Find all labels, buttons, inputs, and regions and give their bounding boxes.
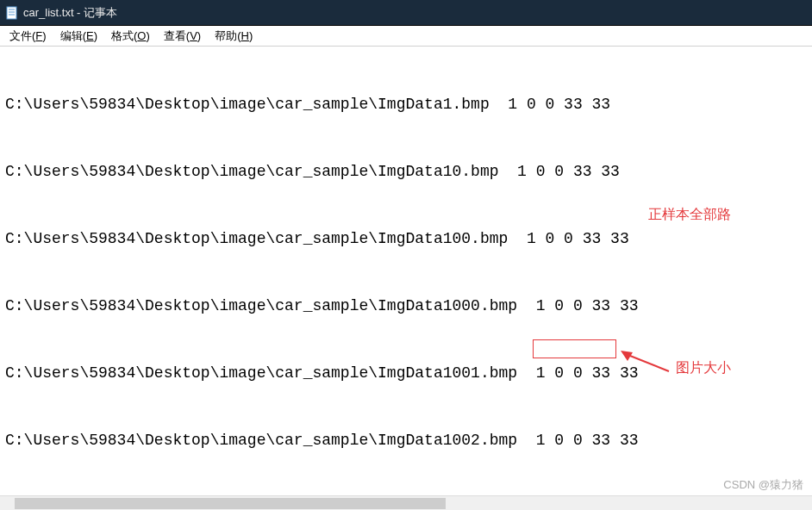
menu-format[interactable]: 格式(O) xyxy=(104,27,157,46)
content-area: C:\Users\59834\Desktop\image\car_sample\… xyxy=(0,47,812,510)
text-line: C:\Users\59834\Desktop\image\car_sample\… xyxy=(5,160,807,183)
menu-view[interactable]: 查看(V) xyxy=(157,27,208,46)
text-editor[interactable]: C:\Users\59834\Desktop\image\car_sample\… xyxy=(0,47,812,510)
menubar: 文件(F) 编辑(E) 格式(O) 查看(V) 帮助(H) xyxy=(0,26,812,47)
horizontal-scrollbar[interactable] xyxy=(0,495,812,510)
text-line: C:\Users\59834\Desktop\image\car_sample\… xyxy=(5,93,807,115)
window-title: car_list.txt - 记事本 xyxy=(23,5,117,21)
svg-rect-0 xyxy=(7,7,16,19)
text-line: C:\Users\59834\Desktop\image\car_sample\… xyxy=(5,362,807,384)
text-line: C:\Users\59834\Desktop\image\car_sample\… xyxy=(5,295,807,317)
menu-edit[interactable]: 编辑(E) xyxy=(53,27,104,46)
menu-help[interactable]: 帮助(H) xyxy=(208,27,259,46)
text-line: C:\Users\59834\Desktop\image\car_sample\… xyxy=(5,429,807,451)
notepad-icon xyxy=(5,6,19,20)
scrollbar-thumb[interactable] xyxy=(15,498,446,509)
menu-file[interactable]: 文件(F) xyxy=(3,27,53,46)
titlebar[interactable]: car_list.txt - 记事本 xyxy=(0,0,812,26)
text-line: C:\Users\59834\Desktop\image\car_sample\… xyxy=(5,227,807,250)
watermark: CSDN @猿力猪 xyxy=(723,477,803,493)
